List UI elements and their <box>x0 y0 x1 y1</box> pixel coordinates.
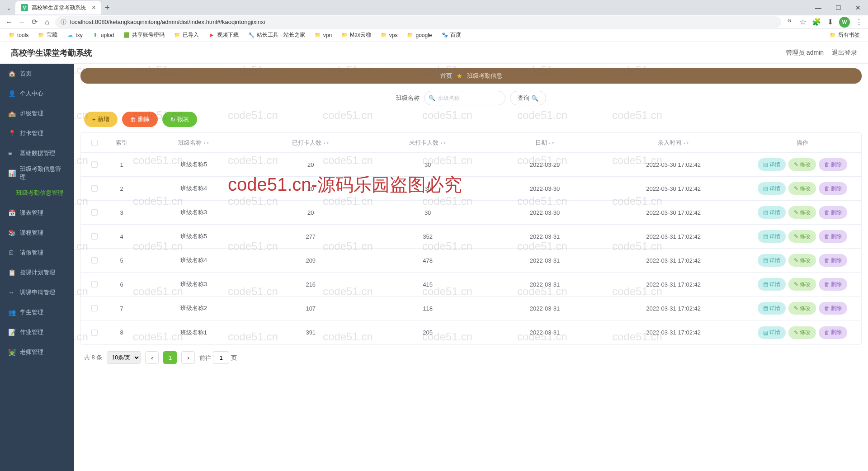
row-delete-button[interactable]: 🗑 删除 <box>819 278 847 291</box>
new-tab-button[interactable]: + <box>105 3 110 13</box>
bookmark-item[interactable]: 📁宝藏 <box>34 29 61 41</box>
search-button[interactable]: 查询 🔍 <box>510 91 546 105</box>
row-checkbox[interactable] <box>91 281 98 287</box>
sidebar-item-basedata[interactable]: ≡基础数据管理 <box>0 143 74 163</box>
modify-button[interactable]: ✎ 修改 <box>788 182 816 195</box>
page-size-select[interactable]: 10条/页 <box>107 351 141 364</box>
sidebar-item-plan[interactable]: 📋授课计划管理 <box>0 263 74 283</box>
sidebar-item-teacher[interactable]: 👨‍🏫老师管理 <box>0 342 74 362</box>
bookmark-item[interactable]: 📁vps <box>377 30 401 41</box>
bookmark-item[interactable]: 🔧站长工具 - 站长之家 <box>244 29 309 41</box>
detail-button[interactable]: ▤ 详情 <box>758 158 786 171</box>
modify-button[interactable]: ✎ 修改 <box>788 302 816 315</box>
download-icon[interactable]: ⬇ <box>826 18 835 27</box>
sidebar-item-profile[interactable]: 👤个人中心 <box>0 84 74 104</box>
sidebar-item-student[interactable]: 👥学生管理 <box>0 302 74 322</box>
row-checkbox[interactable] <box>91 305 98 311</box>
detail-button[interactable]: ▤ 详情 <box>758 278 786 291</box>
sidebar-item-attendance-mgmt[interactable]: 📊班级考勤信息管理 <box>0 163 74 183</box>
bookmark-item[interactable]: ☁txy <box>63 30 86 41</box>
modify-button[interactable]: ✎ 修改 <box>788 254 816 267</box>
tab-close-icon[interactable]: × <box>92 4 96 12</box>
row-delete-button[interactable]: 🗑 删除 <box>819 302 847 315</box>
forward-button[interactable]: → <box>17 18 26 27</box>
row-checkbox[interactable] <box>91 161 98 168</box>
bookmark-item[interactable]: 📁Max云梯 <box>337 29 375 41</box>
next-page-button[interactable]: › <box>181 351 195 364</box>
row-checkbox[interactable] <box>91 209 98 216</box>
detail-button[interactable]: ▤ 详情 <box>758 326 786 339</box>
logout-link[interactable]: 退出登录 <box>832 49 857 57</box>
profile-avatar[interactable]: W <box>839 17 850 28</box>
detail-button[interactable]: ▤ 详情 <box>758 230 786 243</box>
tab-dropdown-icon[interactable]: ⌄ <box>4 3 14 13</box>
bookmark-item[interactable]: 📁tools <box>5 30 32 41</box>
row-checkbox[interactable] <box>91 330 98 336</box>
row-checkbox[interactable] <box>91 233 98 240</box>
sidebar-item-checkin[interactable]: 📍打卡管理 <box>0 123 74 143</box>
goto-input[interactable] <box>213 351 229 364</box>
modify-button[interactable]: ✎ 修改 <box>788 206 816 219</box>
all-bookmarks[interactable]: 📁所有书签 <box>826 29 863 41</box>
detail-button[interactable]: ▤ 详情 <box>758 206 786 219</box>
window-minimize-button[interactable]: — <box>808 0 828 15</box>
browser-tab[interactable]: V 高校学生课堂考勤系统 × <box>15 1 101 14</box>
page-1-button[interactable]: 1 <box>163 351 177 364</box>
translate-icon[interactable]: ᴳ <box>785 18 794 27</box>
bookmark-item[interactable]: 🐾百度 <box>438 29 465 41</box>
url-bar[interactable]: ⓘ localhost:8080/ketangkaoqinxitong/admi… <box>55 16 781 28</box>
bookmark-item[interactable]: 📁google <box>403 30 435 41</box>
sort-icon[interactable]: ▲▼ <box>323 141 329 145</box>
row-delete-button[interactable]: 🗑 删除 <box>819 326 847 339</box>
browser-chrome: ⌄ V 高校学生课堂考勤系统 × + — ☐ ✕ ← → ⟳ ⌂ ⓘ local… <box>0 0 868 28</box>
detail-button[interactable]: ▤ 详情 <box>758 254 786 267</box>
report-button[interactable]: ↻报表 <box>162 112 197 127</box>
sidebar-item-leave[interactable]: 🗓请假管理 <box>0 243 74 263</box>
back-button[interactable]: ← <box>5 18 14 27</box>
row-delete-button[interactable]: 🗑 删除 <box>819 182 847 195</box>
sort-icon[interactable]: ▲▼ <box>440 141 446 145</box>
breadcrumb-home[interactable]: 首页 <box>440 72 452 80</box>
window-maximize-button[interactable]: ☐ <box>828 0 848 15</box>
row-checkbox[interactable] <box>91 185 98 192</box>
site-info-icon[interactable]: ⓘ <box>61 18 66 26</box>
window-close-button[interactable]: ✕ <box>848 0 868 15</box>
home-button[interactable]: ⌂ <box>42 18 52 27</box>
reload-button[interactable]: ⟳ <box>30 18 39 27</box>
sidebar-item-class[interactable]: 🏫班级管理 <box>0 104 74 123</box>
select-all-checkbox[interactable] <box>91 140 98 146</box>
menu-icon[interactable]: ⋮ <box>854 18 863 27</box>
bookmark-item[interactable]: 📁vpn <box>311 30 335 41</box>
detail-button[interactable]: ▤ 详情 <box>758 302 786 315</box>
row-delete-button[interactable]: 🗑 删除 <box>819 230 847 243</box>
sidebar-item-schedule[interactable]: 📅课表管理 <box>0 203 74 223</box>
search-input[interactable] <box>424 91 505 105</box>
row-delete-button[interactable]: 🗑 删除 <box>819 206 847 219</box>
row-delete-button[interactable]: 🗑 删除 <box>819 254 847 267</box>
modify-button[interactable]: ✎ 修改 <box>788 158 816 171</box>
bookmark-item[interactable]: ⬆uplod <box>88 30 118 41</box>
delete-button[interactable]: 🗑删除 <box>122 112 158 127</box>
add-button[interactable]: +新增 <box>84 112 118 127</box>
modify-button[interactable]: ✎ 修改 <box>788 278 816 291</box>
bookmark-star-icon[interactable]: ☆ <box>798 18 807 27</box>
detail-button[interactable]: ▤ 详情 <box>758 182 786 195</box>
bookmark-item[interactable]: 🟩共享账号密码 <box>119 29 168 41</box>
modify-button[interactable]: ✎ 修改 <box>788 326 816 339</box>
extensions-icon[interactable]: 🧩 <box>812 18 821 27</box>
sidebar-item-home[interactable]: 🏠首页 <box>0 64 74 84</box>
sort-icon[interactable]: ▲▼ <box>548 141 555 145</box>
row-checkbox[interactable] <box>91 257 98 264</box>
bookmark-item[interactable]: 📁已导入 <box>170 29 203 41</box>
header-user[interactable]: 管理员 admin <box>786 49 824 57</box>
sort-icon[interactable]: ▲▼ <box>683 141 689 145</box>
modify-button[interactable]: ✎ 修改 <box>788 230 816 243</box>
prev-page-button[interactable]: ‹ <box>145 351 159 364</box>
sidebar-item-course[interactable]: 📚课程管理 <box>0 223 74 243</box>
sidebar-item-reschedule[interactable]: ↔调课申请管理 <box>0 283 74 302</box>
bookmark-item[interactable]: ▶视频下载 <box>204 29 242 41</box>
sidebar-item-attendance-info[interactable]: 班级考勤信息管理 <box>0 183 74 203</box>
row-delete-button[interactable]: 🗑 删除 <box>819 158 847 171</box>
sidebar-item-homework[interactable]: 📝作业管理 <box>0 322 74 342</box>
sort-icon[interactable]: ▲▼ <box>203 141 209 145</box>
